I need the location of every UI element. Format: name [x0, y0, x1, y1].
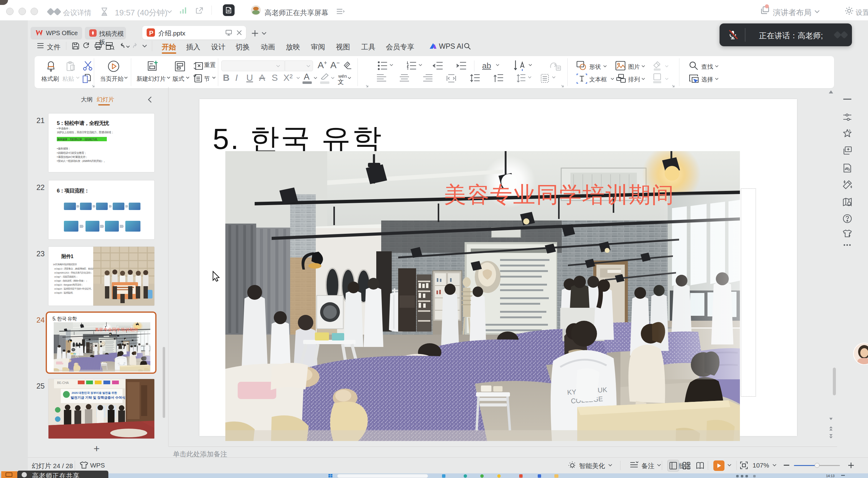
svg-text:발전기금 기탁 및 장학금증서 수여식: 발전기금 기탁 및 장학금증서 수여식: [71, 396, 125, 399]
svg-text:BE-CHA: BE-CHA: [57, 381, 69, 384]
svg-text:2025 대한민국 정부미용 발전을 위한: 2025 대한민국 정부미용 발전을 위한: [72, 391, 117, 395]
